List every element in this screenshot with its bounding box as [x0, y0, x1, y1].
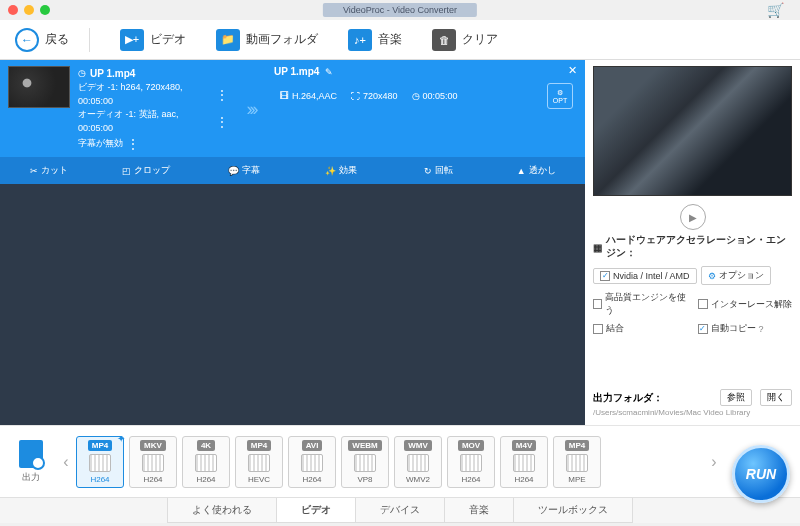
cart-icon[interactable]: 🛒 — [767, 2, 792, 18]
video-card[interactable]: ✕ ◷ UP 1.mp4 ビデオ -1: h264, 720x480, 00:0… — [0, 60, 585, 184]
open-folder-button[interactable]: 開く — [760, 389, 792, 406]
output-folder-label: 出力フォルダ： — [593, 391, 663, 405]
music-icon: ♪+ — [348, 29, 372, 51]
chip-icon: ▦ — [593, 242, 602, 253]
minimize-window-icon[interactable] — [24, 5, 34, 15]
output-info: UP 1.mp4 ✎ 🎞H.264,AAC ⛶720x480 ◷00:05:00… — [274, 66, 577, 109]
reel-icon — [248, 454, 270, 472]
tab-music[interactable]: 音楽 — [444, 498, 514, 523]
format-name: MP4 — [88, 440, 112, 451]
tab-video[interactable]: ビデオ — [276, 498, 356, 523]
scroll-right-button[interactable]: › — [704, 453, 724, 471]
format-sub: VP8 — [357, 475, 372, 484]
music-label: 音楽 — [378, 31, 402, 48]
tab-frequent[interactable]: よく使われる — [167, 498, 277, 523]
reel-icon — [566, 454, 588, 472]
side-panel: ▶ ▦ハードウェアアクセラレーション・エンジン： ✓Nvidia / Intel… — [585, 60, 800, 425]
checkbox-icon: ✓ — [600, 271, 610, 281]
source-info: ◷ UP 1.mp4 ビデオ -1: h264, 720x480, 00:05:… — [78, 66, 228, 153]
format-name: M4V — [512, 440, 536, 451]
back-label: 戻る — [45, 31, 69, 48]
format-mp4-h264[interactable]: MP4H264 — [76, 436, 124, 488]
audio-track-menu-icon[interactable]: ⋮ — [216, 113, 228, 131]
hw-vendors-checkbox[interactable]: ✓Nvidia / Intel / AMD — [593, 268, 697, 284]
format-4k-h264[interactable]: 4KH264 — [182, 436, 230, 488]
subtitle-menu-icon[interactable]: ⋮ — [127, 135, 139, 153]
reel-icon — [195, 454, 217, 472]
folder-icon: 📁 — [216, 29, 240, 51]
remove-card-icon[interactable]: ✕ — [568, 64, 577, 77]
rotate-icon: ↻ — [424, 166, 432, 176]
category-tabs: よく使われる ビデオ デバイス 音楽 ツールボックス — [0, 497, 800, 523]
format-name: WMV — [404, 440, 432, 451]
watermark-button[interactable]: ▲透かし — [488, 161, 586, 180]
format-wmv-wmv2[interactable]: WMVWMV2 — [394, 436, 442, 488]
clear-label: クリア — [462, 31, 498, 48]
rotate-button[interactable]: ↻回転 — [390, 161, 488, 180]
format-sub: MPE — [568, 475, 585, 484]
format-mkv-h264[interactable]: MKVH264 — [129, 436, 177, 488]
hw-option-button[interactable]: ⚙オプション — [701, 266, 771, 285]
preview-window[interactable] — [593, 66, 792, 196]
checkbox-icon: ✓ — [698, 324, 708, 334]
deinterlace-checkbox[interactable]: インターレース解除 — [698, 291, 793, 317]
output-duration[interactable]: ◷00:05:00 — [412, 91, 458, 101]
crop-icon: ◰ — [122, 166, 131, 176]
format-sub: H264 — [143, 475, 162, 484]
format-name: AVI — [302, 440, 323, 451]
autocopy-checkbox[interactable]: ✓自動コピー ? — [698, 322, 793, 335]
tab-device[interactable]: デバイス — [355, 498, 445, 523]
browse-button[interactable]: 参照 — [720, 389, 752, 406]
format-mp4-hevc[interactable]: MP4HEVC — [235, 436, 283, 488]
add-music-button[interactable]: ♪+ 音楽 — [348, 29, 402, 51]
edit-name-icon[interactable]: ✎ — [325, 67, 333, 77]
format-name: 4K — [197, 440, 215, 451]
format-sub: WMV2 — [406, 475, 430, 484]
output-resolution[interactable]: ⛶720x480 — [351, 91, 398, 101]
codec-gear-icon: ⚙ — [557, 89, 563, 97]
film-icon: 🎞 — [280, 91, 289, 101]
reel-icon — [407, 454, 429, 472]
hq-engine-checkbox[interactable]: 高品質エンジンを使う — [593, 291, 688, 317]
run-button[interactable]: RUN — [732, 445, 790, 503]
cut-button[interactable]: ✂カット — [0, 161, 98, 180]
add-folder-button[interactable]: 📁 動画フォルダ — [216, 29, 318, 51]
back-button[interactable]: ← 戻る — [15, 28, 69, 52]
format-sub: H264 — [302, 475, 321, 484]
video-icon: ▶+ — [120, 29, 144, 51]
effect-button[interactable]: ✨効果 — [293, 161, 391, 180]
zoom-window-icon[interactable] — [40, 5, 50, 15]
help-icon[interactable]: ? — [759, 324, 764, 334]
reel-icon — [142, 454, 164, 472]
output-codec[interactable]: 🎞H.264,AAC — [280, 91, 337, 101]
clock-icon: ◷ — [78, 67, 86, 81]
output-folder-section: 出力フォルダ： 参照 開く /Users/scmacmini/Movies/Ma… — [593, 389, 792, 417]
merge-checkbox[interactable]: 結合 — [593, 322, 688, 335]
codec-option-button[interactable]: ⚙ OPT — [547, 83, 573, 109]
tab-toolbox[interactable]: ツールボックス — [513, 498, 633, 523]
folder-label: 動画フォルダ — [246, 31, 318, 48]
format-webm-vp8[interactable]: WEBMVP8 — [341, 436, 389, 488]
reel-icon — [513, 454, 535, 472]
format-sub: H264 — [196, 475, 215, 484]
add-video-button[interactable]: ▶+ ビデオ — [120, 29, 186, 51]
clear-button[interactable]: 🗑 クリア — [432, 29, 498, 51]
window-title: VideoProc - Video Converter — [323, 3, 477, 17]
subtitle-button[interactable]: 💬字幕 — [195, 161, 293, 180]
video-list-pane: ✕ ◷ UP 1.mp4 ビデオ -1: h264, 720x480, 00:0… — [0, 60, 585, 425]
crop-button[interactable]: ◰クロップ — [98, 161, 196, 180]
video-track-menu-icon[interactable]: ⋮ — [216, 86, 228, 104]
checkbox-icon — [698, 299, 708, 309]
hw-accel-title: ▦ハードウェアアクセラレーション・エンジン： — [593, 234, 792, 260]
play-button[interactable]: ▶ — [680, 204, 706, 230]
format-mov-h264[interactable]: MOVH264 — [447, 436, 495, 488]
format-avi-h264[interactable]: AVIH264 — [288, 436, 336, 488]
format-mp4-mpe[interactable]: MP4MPE — [553, 436, 601, 488]
close-window-icon[interactable] — [8, 5, 18, 15]
output-section-label[interactable]: 出力 — [6, 440, 56, 484]
source-thumbnail[interactable] — [8, 66, 70, 108]
source-audio-line: オーディオ -1: 英語, aac, 00:05:00 — [78, 108, 212, 135]
scroll-left-button[interactable]: ‹ — [56, 453, 76, 471]
format-m4v-h264[interactable]: M4VH264 — [500, 436, 548, 488]
expand-icon: ⛶ — [351, 91, 360, 101]
